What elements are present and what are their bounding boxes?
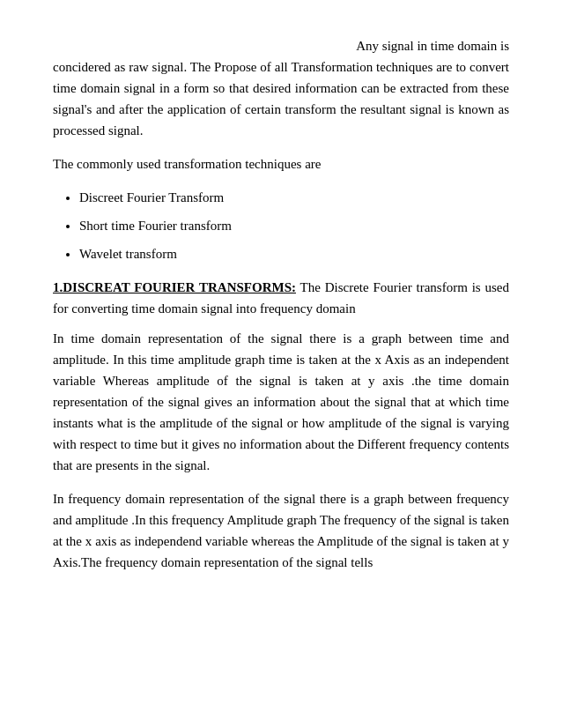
list-item: Discreet Fourier Transform bbox=[79, 187, 509, 208]
list-item: Short time Fourier transform bbox=[79, 215, 509, 236]
list-item: Wavelet transform bbox=[79, 243, 509, 264]
bullet-item-2: Short time Fourier transform bbox=[79, 219, 232, 233]
page: Any signal in time domain isconcidered a… bbox=[0, 0, 562, 728]
commonly-used-paragraph: The commonly used transformation techniq… bbox=[53, 153, 509, 175]
frequency-domain-paragraph: In frequency domain representation of th… bbox=[53, 488, 509, 573]
bullet-item-1: Discreet Fourier Transform bbox=[79, 190, 224, 204]
intro-rest: concidered as raw signal. The Propose of… bbox=[53, 60, 509, 137]
section-heading: 1.DISCREAT FOURIER TRANSFORMS: The Discr… bbox=[53, 277, 509, 319]
time-domain-paragraph: In time domain representation of the sig… bbox=[53, 328, 509, 476]
bullet-item-3: Wavelet transform bbox=[79, 247, 177, 261]
frequency-domain-text: In frequency domain representation of th… bbox=[53, 492, 509, 569]
commonly-used-text: The commonly used transformation techniq… bbox=[53, 157, 322, 171]
time-domain-text: In time domain representation of the sig… bbox=[53, 331, 509, 472]
heading-bold: 1.DISCREAT FOURIER TRANSFORMS: bbox=[53, 280, 296, 294]
intro-paragraph: Any signal in time domain isconcidered a… bbox=[53, 35, 509, 141]
intro-first-line: Any signal in time domain is bbox=[53, 35, 509, 56]
bullet-list: Discreet Fourier Transform Short time Fo… bbox=[53, 187, 509, 264]
